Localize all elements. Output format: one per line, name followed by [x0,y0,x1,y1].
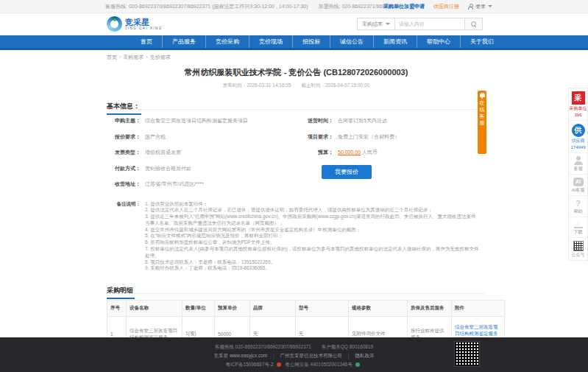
ai-service-label: AI客服 [569,188,587,193]
budget-amount: 50,000.00 [338,150,361,155]
footer-privacy-link[interactable]: 隐私政策 [355,353,374,358]
float-item-customer-service[interactable]: 客服 [569,153,587,175]
footer-qq: 客户服务QQ 800160819 [322,344,373,349]
customer-service-label: 客服 [569,166,587,172]
col-price: 预算单价 [215,301,250,317]
search-category-select[interactable]: 采购结果 [357,18,394,30]
field-label: 付款方式： [107,165,141,172]
nav-item-products[interactable]: 产品服务 [163,35,206,48]
police-badge-icon [277,362,281,367]
col-attachment: 附件 [452,301,505,317]
field-value: 增值税普通发票 [145,149,181,156]
remark-item: 6. 所有响应材料加盖投标单位公章，并扫描为PDF文件上传。 [145,239,480,246]
footer-icp[interactable]: 粤ICP备15096887号-2 [226,362,274,367]
float-item-download[interactable]: ↓ 下载 [569,217,587,238]
online-service-label: 在线客服 [480,100,485,125]
footer-qrcode [454,341,480,367]
field-label: 预算： [300,149,333,156]
detail-title: 采购明细 [107,286,135,299]
online-service-tab[interactable]: 在线客服 [478,91,486,154]
float-item-ai-service[interactable]: AI AI客服 [569,175,587,196]
publish-time: 发布时间：2026-03-31 14:16:05 [223,83,291,88]
site-logo[interactable]: 竞采星 JING CAI XING [107,16,163,32]
purchaser-apply-link[interactable]: 采购单位加盟申请 [383,3,425,10]
remark-item: 9. 采购经办联系人：丁老师；联系电话：0519-86336065。 [145,265,480,272]
breadcrumb-home[interactable]: 首页 [107,54,121,61]
field-budget: 预算： 50,000.00 人民币 [300,149,486,156]
supplier-count: 174949 [569,145,587,150]
chevron-down-icon [386,23,390,25]
supplier-register-link[interactable]: 供应商注册 [433,3,459,10]
field-value: 免费上门安装（含材料费） [338,133,400,141]
help-label: 帮助 [569,209,587,214]
float-item-wechat[interactable]: 公众号 [569,238,587,260]
nav-item-bidding-live[interactable]: 竞价现场 [249,35,293,48]
page-title: 常州纺织服装职业技术学院 - 竞价公告 (CB128072026000003) [107,67,486,78]
search-category-value: 采购结果 [362,21,383,28]
breadcrumb-demand[interactable]: 采购需求 [123,54,147,61]
customer-service-icon [573,156,584,165]
nav-item-help[interactable]: 帮助中心 [417,35,461,48]
remarks-block: 备注说明： 1. 提供营业执照副本复印件； 2. 提供法定代表人近三个月社保记录… [107,201,486,273]
field-subject: 申购主题： 综合食堂三层改造项目结构检测鉴定服务项目 [107,117,300,124]
login-menu[interactable]: 登录 [468,3,492,10]
field-value: 货到验收合格后付款 [145,165,191,172]
remark-item: 5. 在“响应文件格式”内容规范响应情况及报价，将材料全部打印； [145,233,480,239]
purchaser-label: 采购单位 [569,106,587,111]
footer-site-link[interactable]: 竞采星 www.easyjcx.com [214,353,268,358]
field-label: 项目要求： [300,133,333,141]
logo-subtext: JING CAI XING [125,27,163,30]
bell-icon [480,93,485,97]
nav-item-news[interactable]: 新闻资讯 [374,35,417,48]
field-label: 发票类型： [107,149,141,156]
chevron-down-icon [488,5,492,7]
nav-item-about[interactable]: 关于我们 [461,35,503,48]
nav-item-tenders[interactable]: 招投标 [293,35,330,48]
remark-item: 3. 提供近三年未被列入“信用中国”网站(www.creditchina.gov… [145,214,480,227]
field-payment: 付款方式： 货到验收合格后付款 [107,165,300,172]
floating-sidebar: 采 采购单位 396 供 供应商 174949 客服 AI AI客服 ? 帮助 … [568,88,588,261]
service-hotline: 客服热线: 020-86922370/86922307/86922371 (国家… [105,3,308,10]
col-qty: 数量/单位 [183,301,215,317]
search-input[interactable] [394,18,465,30]
supplier-label: 供应商 [569,138,587,144]
download-label: 下载 [569,230,587,235]
float-item-purchasers[interactable]: 采 采购单位 396 [569,88,587,121]
logo-text: 竞采星 [125,18,163,27]
login-label: 登录 [475,3,486,10]
detail-section-head: 采购明细 [107,282,486,294]
search-bar: 采购结果 [357,18,483,30]
field-label: 收货地址： [107,180,141,188]
purchaser-count: 396 [569,113,587,118]
supplier-icon: 供 [572,124,585,137]
basic-info-section-head: 基本信息： [107,98,486,110]
footer-hotline: 客服热线 020-86922370/86922307/86922371 [215,344,311,349]
nav-item-bidding-purchase[interactable]: 竞价采购 [206,35,249,48]
budget-currency: 人民币 [362,150,378,155]
download-icon: ↓ [574,220,583,228]
col-spec: 规格参数 [349,301,408,317]
search-button[interactable] [465,18,483,30]
logo-swirl-icon [107,16,122,32]
search-icon [471,21,476,27]
qrcode-icon [573,241,584,251]
site-header: 竞采星 JING CAI XING 采购结果 [0,13,588,35]
footer-police[interactable]: 粤公网安备 44010502001346号 [285,362,352,367]
remark-item: 1. 提供营业执照副本复印件； [145,201,480,208]
nav-item-integrity[interactable]: 诚信公告 [330,35,374,48]
col-name: 设备名称 [127,301,183,317]
col-no: 序号 [107,301,127,317]
float-item-suppliers[interactable]: 供 供应商 174949 [569,121,587,153]
site-footer: 客服热线 020-86922370/86922307/86922371 客户服务… [0,337,588,372]
breadcrumb: 首页 采购需求 竞价需求 [107,54,486,61]
float-item-help[interactable]: ? 帮助 [569,196,587,217]
remark-item: 2. 提供法定代表人近三个月社保记录，若已退休，需提供退休证明，如有委托代理人，… [145,207,480,214]
quote-button[interactable]: 我要报价 [322,165,372,179]
remark-item: 8. 项目技术咨询联系人：李老师；联系电话：13915021269。 [145,259,480,266]
nav-item-home[interactable]: 首页 [131,35,163,48]
footer-company: 广州竞采星信息技术有限公司 [280,353,343,358]
field-address: 收货地址： 江苏省/常州市/武进区/**** [107,180,300,188]
field-quote-requirement: 报价要求： 国产含税 [107,133,300,141]
col-service: 质保及售后服务 [408,301,452,317]
ai-headset-icon: AI [573,178,584,186]
